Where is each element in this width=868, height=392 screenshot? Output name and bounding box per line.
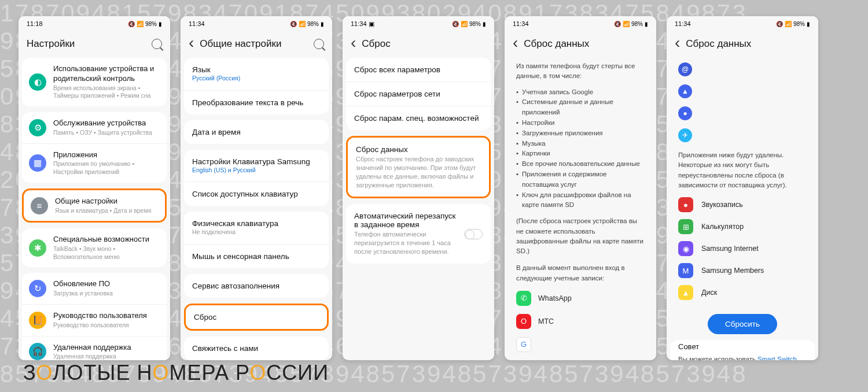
back-icon[interactable] — [189, 39, 194, 50]
item-title: Обновление ПО — [53, 279, 160, 289]
settings-item[interactable]: 📙 Руководство пользователя Руководство п… — [22, 304, 167, 336]
settings-group: Сброс всех параметровСброс параметров се… — [346, 58, 491, 130]
settings-item[interactable]: 🎧 Удаленная поддержка Удаленная поддержк… — [22, 336, 167, 360]
settings-item[interactable]: ◐ Использование устройства и родительски… — [22, 58, 167, 106]
item-body: Руководство пользователя Руководство пол… — [53, 311, 160, 330]
item-title: Руководство пользователя — [53, 311, 160, 321]
app-icon: ▲ — [678, 285, 693, 300]
back-icon[interactable] — [513, 39, 518, 50]
header: Сброс — [343, 31, 494, 58]
smart-switch-link[interactable]: Smart Switch — [757, 356, 797, 360]
status-bar: 11:34 🔇 📶 98%▮ — [667, 16, 818, 31]
settings-item[interactable]: ▦ Приложения Приложения по умолчанию • Н… — [22, 143, 167, 183]
settings-group: Свяжитесь с нами — [184, 336, 329, 360]
item-body: Обслуживание устройства Память • ОЗУ • З… — [53, 119, 160, 137]
status-bar: 11:18 🔇 📶 98%▮ — [19, 16, 170, 31]
item-icon: ↻ — [29, 280, 46, 297]
settings-item[interactable]: Список доступных клавиатур — [184, 182, 329, 206]
item-sub: English (US) и Русский — [192, 167, 321, 175]
settings-item[interactable]: Сброс парам. спец. возможностей — [346, 106, 491, 130]
settings-group: ↻ Обновление ПО Загрузка и установка 📙 Р… — [22, 273, 167, 360]
page-title: Сброс данных — [686, 38, 810, 50]
settings-item[interactable]: ⚙ Обслуживание устройства Память • ОЗУ •… — [22, 112, 167, 143]
reset-bullets: Учетная запись GoogleСистемные данные и … — [508, 85, 653, 213]
item-title: Сброс данных — [356, 145, 481, 154]
settings-item[interactable]: Сброс — [186, 305, 327, 329]
reset-button[interactable]: Сбросить — [708, 314, 777, 334]
app-icon: ● — [678, 197, 693, 212]
bullet-item: Все прочие пользовательские данные — [522, 159, 645, 169]
clock: 11:34 — [675, 20, 691, 27]
account-row: G — [508, 333, 653, 356]
status-bar: 11:34 🔇 📶 98%▮ — [505, 16, 656, 31]
item-body: Использование устройства и родительский … — [53, 64, 160, 100]
phone-2: 11:34 🔇 📶 98%▮ Общие настройки ЯзыкРусск… — [181, 16, 332, 360]
phones-container: 11:18 🔇 📶 98%▮ Настройки ◐ Использование… — [19, 16, 818, 360]
settings-item[interactable]: Физическая клавиатураНе подключена — [184, 212, 329, 244]
item-body: Приложения Приложения по умолчанию • Нас… — [53, 150, 160, 176]
item-sub: Русский (Россия) — [192, 75, 321, 83]
settings-item[interactable]: Свяжитесь с нами — [184, 336, 329, 360]
account-icon: ✈ — [678, 128, 692, 142]
account-label: МТС — [538, 317, 554, 326]
settings-item[interactable]: Настройки Клавиатура SamsungEnglish (US)… — [184, 150, 329, 182]
bullet-item: Приложения и содержимое поставщика услуг — [522, 169, 645, 190]
phone-1: 11:18 🔇 📶 98%▮ Настройки ◐ Использование… — [19, 16, 170, 360]
scroll-content[interactable]: @▲●✈Приложения ниже будут удалены. Некот… — [667, 58, 818, 360]
search-icon[interactable] — [152, 39, 162, 49]
settings-item[interactable]: Сброс данныхСброс настроек телефона до з… — [348, 138, 489, 197]
settings-item[interactable]: ЯзыкРусский (Россия) — [184, 58, 329, 90]
app-label: Звукозапись — [701, 201, 743, 209]
item-title: Общие настройки — [55, 197, 158, 206]
back-icon[interactable] — [351, 39, 356, 50]
phone-4: 11:34 🔇 📶 98%▮ Сброс данных Из памяти те… — [505, 16, 656, 360]
page-title: Сброс данных — [524, 38, 648, 50]
item-sub: Сброс настроек телефона до заводских зна… — [356, 155, 481, 189]
settings-group: Физическая клавиатураНе подключенаМышь и… — [184, 212, 329, 268]
item-title: Сброс — [194, 313, 319, 321]
scroll-content[interactable]: ЯзыкРусский (Россия)Преобразование текст… — [181, 58, 332, 360]
scroll-content[interactable]: ◐ Использование устройства и родительски… — [19, 58, 170, 360]
account-row: OМТС — [508, 310, 653, 333]
status-icons: 🔇 📶 98%▮ — [128, 21, 162, 27]
settings-item[interactable]: Дата и время — [184, 120, 329, 144]
settings-item[interactable]: Сброс всех параметров — [346, 58, 491, 82]
status-icons: 🔇 📶 98%▮ — [452, 21, 486, 27]
header: Настройки — [19, 31, 170, 58]
bullet-item: Учетная запись Google — [522, 87, 645, 98]
item-icon: 🎧 — [29, 343, 46, 360]
settings-item[interactable]: ≡ Общие настройки Язык и клавиатура • Да… — [24, 190, 165, 221]
item-body: Удаленная поддержка Удаленная поддержка — [53, 343, 160, 360]
scroll-content[interactable]: Сброс всех параметровСброс параметров се… — [343, 58, 494, 360]
search-icon[interactable] — [314, 39, 324, 49]
settings-item[interactable]: Мышь и сенсорная панель — [184, 244, 329, 268]
item-icon: ◐ — [29, 73, 46, 91]
item-icon: 📙 — [29, 312, 46, 329]
tip-title: Совет — [670, 340, 815, 353]
item-sub: Телефон автоматически перезагрузится в т… — [354, 230, 458, 256]
item-title: Удаленная поддержка — [53, 343, 160, 353]
item-title: Приложения — [53, 150, 160, 160]
status-icons: 🔇 📶 98%▮ — [614, 21, 648, 27]
settings-item[interactable]: Автоматический перезапуск в заданное вре… — [346, 204, 491, 264]
item-title: Дата и время — [192, 128, 321, 136]
app-label: Samsung Members — [701, 267, 764, 275]
scroll-content[interactable]: Из памяти телефона будут стерты все данн… — [505, 58, 656, 360]
item-icon: ≡ — [31, 197, 48, 215]
settings-item[interactable]: Сброс параметров сети — [346, 82, 491, 106]
settings-group: Сброс данныхСброс настроек телефона до з… — [346, 136, 491, 198]
item-title: Специальные возможности — [53, 235, 160, 245]
settings-item[interactable]: ✱ Специальные возможности TalkBack • Зву… — [22, 228, 167, 267]
item-body: Обновление ПО Загрузка и установка — [53, 279, 160, 298]
account-row: ✆WhatsApp — [508, 287, 653, 310]
reset-intro: Из памяти телефона будут стерты все данн… — [508, 58, 653, 85]
tip-text: Вы можете использовать Smart Switch, что… — [670, 353, 815, 360]
top-icons: @▲●✈ — [670, 58, 815, 147]
back-icon[interactable] — [675, 39, 680, 50]
settings-item[interactable]: Преобразование текста в речь — [184, 90, 329, 114]
app-row: MSamsung Members — [670, 260, 815, 282]
settings-item[interactable]: ↻ Обновление ПО Загрузка и установка — [22, 273, 167, 304]
toggle-switch[interactable] — [464, 229, 483, 239]
settings-item[interactable]: Сервис автозаполнения — [184, 274, 329, 298]
status-icons: 🔇 📶 98%▮ — [290, 21, 324, 27]
